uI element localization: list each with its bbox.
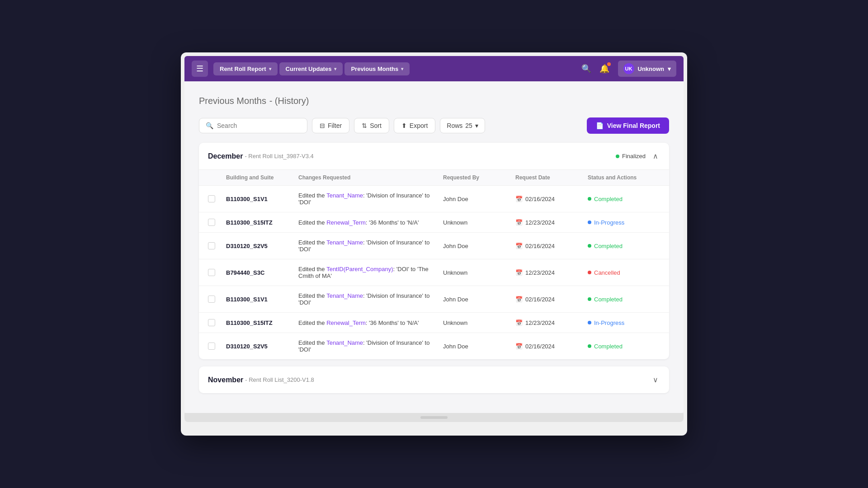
row-status-2: Completed <box>588 243 660 249</box>
december-collapse-button[interactable]: ∧ <box>651 150 660 162</box>
rows-label: Rows <box>447 122 462 129</box>
row-checkbox-0[interactable] <box>208 195 226 202</box>
row-checkbox-3[interactable] <box>208 269 226 276</box>
row-date-6: 📅 02/16/2024 <box>515 343 588 350</box>
previous-months-chevron: ▾ <box>401 66 403 71</box>
row-status-3: Cancelled <box>588 269 660 276</box>
december-subtitle: - Rent Roll List_3987-V3.4 <box>245 153 313 160</box>
table-row: B110300_S1V1 Edited the Tenant_Name: 'Di… <box>199 186 669 212</box>
row-date-2: 📅 02/16/2024 <box>515 243 588 249</box>
row-requested-by-3: Unknown <box>443 269 515 276</box>
row-status-5: In-Progress <box>588 319 660 326</box>
rent-roll-label: Rent Roll Report <box>220 66 266 72</box>
row-building-5: B110300_S15ITZ <box>226 319 298 326</box>
th-status: Status and Actions <box>588 174 660 181</box>
row-requested-by-0: John Doe <box>443 196 515 202</box>
page-title-main: Previous Months <box>199 96 266 106</box>
row-date-3: 📅 12/23/2024 <box>515 269 588 276</box>
row-change-field-0: Tenant_Name <box>326 192 363 199</box>
main-content: Previous Months - (History) 🔍 ⊟ Filter ⇅… <box>184 81 684 413</box>
row-change-0: Edited the Tenant_Name: 'Division of Ins… <box>298 192 443 206</box>
row-date-5: 📅 12/23/2024 <box>515 319 588 326</box>
search-input[interactable] <box>217 122 301 129</box>
table-row: B794440_S3C Edited the TentID(Parent_Com… <box>199 259 669 286</box>
current-updates-chevron: ▾ <box>334 66 336 71</box>
row-building-3: B794440_S3C <box>226 269 298 276</box>
row-checkbox-1[interactable] <box>208 219 226 226</box>
status-dot-1 <box>588 221 591 224</box>
rows-chevron: ▾ <box>475 122 478 129</box>
finalized-dot <box>616 155 619 158</box>
row-checkbox-6[interactable] <box>208 343 226 350</box>
row-checkbox-4[interactable] <box>208 296 226 303</box>
hamburger-button[interactable]: ☰ <box>192 61 208 77</box>
view-final-report-button[interactable]: 📄 View Final Report <box>587 117 669 134</box>
table-row: B110300_S15ITZ Edited the Renewal_Term: … <box>199 313 669 333</box>
rent-roll-button[interactable]: Rent Roll Report ▾ <box>213 62 278 75</box>
status-dot-3 <box>588 271 591 274</box>
sort-button[interactable]: ⇅ Sort <box>354 118 389 133</box>
row-change-field-2: Tenant_Name <box>326 239 363 246</box>
finalized-badge: Finalized <box>616 153 646 160</box>
row-change-field-3: TentID(Parent_Company) <box>326 266 393 272</box>
november-section: November - Rent Roll List_3200-V1.8 ∨ <box>199 366 669 393</box>
user-avatar: UK <box>623 63 634 74</box>
row-date-4: 📅 02/16/2024 <box>515 296 588 303</box>
table-row: B110300_S15ITZ Edited the Renewal_Term: … <box>199 212 669 233</box>
rent-roll-chevron: ▾ <box>269 66 271 71</box>
row-change-6: Edited the Tenant_Name: 'Division of Ins… <box>298 339 443 353</box>
user-menu-button[interactable]: UK Unknown ▾ <box>618 61 677 77</box>
previous-months-button[interactable]: Previous Months ▾ <box>344 62 410 75</box>
row-checkbox-5[interactable] <box>208 319 226 326</box>
row-requested-by-1: Unknown <box>443 219 515 226</box>
row-change-1: Edited the Renewal_Term: '36 Months' to … <box>298 219 443 226</box>
november-title: November <box>208 376 243 384</box>
row-change-field-6: Tenant_Name <box>326 339 363 346</box>
rows-selector[interactable]: Rows 25 ▾ <box>440 118 485 133</box>
th-changes: Changes Requested <box>298 174 443 181</box>
finalized-label: Finalized <box>622 153 646 160</box>
th-requested-by: Requested By <box>443 174 515 181</box>
row-requested-by-6: John Doe <box>443 343 515 350</box>
sort-icon: ⇅ <box>362 122 367 129</box>
row-checkbox-2[interactable] <box>208 242 226 249</box>
rows-value: 25 <box>465 122 472 129</box>
current-updates-label: Current Updates <box>286 66 332 72</box>
calendar-icon-5: 📅 <box>515 319 523 326</box>
user-name: Unknown <box>638 66 665 72</box>
th-building: Building and Suite <box>226 174 298 181</box>
row-change-field-5: Renewal_Term <box>326 319 366 326</box>
row-requested-by-2: John Doe <box>443 243 515 249</box>
sort-label: Sort <box>370 122 382 129</box>
status-dot-0 <box>588 197 591 201</box>
page-title-sub: - (History) <box>269 96 309 106</box>
export-button[interactable]: ⬆ Export <box>394 118 435 133</box>
row-date-1: 📅 12/23/2024 <box>515 219 588 226</box>
filter-button[interactable]: ⊟ Filter <box>312 118 349 133</box>
th-checkbox <box>208 174 226 181</box>
calendar-icon-3: 📅 <box>515 269 523 276</box>
search-box[interactable]: 🔍 <box>199 118 307 133</box>
status-dot-6 <box>588 344 591 348</box>
document-icon: 📄 <box>596 122 604 129</box>
row-status-0: Completed <box>588 196 660 202</box>
search-icon: 🔍 <box>581 64 591 74</box>
calendar-icon-0: 📅 <box>515 196 523 202</box>
table-row: D310120_S2V5 Edited the Tenant_Name: 'Di… <box>199 233 669 259</box>
search-button[interactable]: 🔍 <box>578 61 594 77</box>
hamburger-icon: ☰ <box>196 64 203 74</box>
toolbar: 🔍 ⊟ Filter ⇅ Sort ⬆ Export Rows 25 <box>199 117 669 134</box>
calendar-icon-2: 📅 <box>515 243 523 249</box>
row-requested-by-5: Unknown <box>443 319 515 326</box>
th-request-date: Request Date <box>515 174 588 181</box>
table-body: B110300_S1V1 Edited the Tenant_Name: 'Di… <box>199 186 669 359</box>
current-updates-button[interactable]: Current Updates ▾ <box>279 62 343 75</box>
december-section: December - Rent Roll List_3987-V3.4 Fina… <box>199 143 669 359</box>
export-icon: ⬆ <box>401 122 407 129</box>
row-change-4: Edited the Tenant_Name: 'Division of Ins… <box>298 292 443 306</box>
row-date-0: 📅 02/16/2024 <box>515 196 588 202</box>
notification-button[interactable]: 🔔 <box>596 61 613 77</box>
row-status-6: Completed <box>588 343 660 350</box>
table-header: Building and Suite Changes Requested Req… <box>199 170 669 186</box>
november-expand-button[interactable]: ∨ <box>651 374 660 386</box>
